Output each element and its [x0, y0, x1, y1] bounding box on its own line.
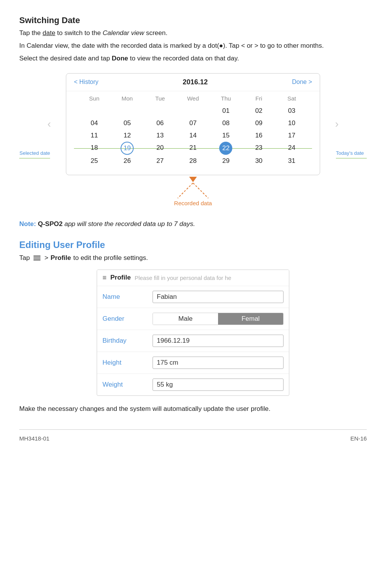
cal-day-23[interactable]: 23: [242, 142, 275, 155]
dotted-path-icon: [178, 183, 208, 198]
day-wed: Wed: [176, 95, 209, 102]
cal-day-09[interactable]: 09: [242, 117, 275, 129]
calendar-history-button[interactable]: < History: [74, 79, 99, 85]
calendar-outer: ‹ < History 2016.12 Done > Sun Mon Tue W…: [58, 73, 328, 175]
cal-day-empty-3: [144, 105, 176, 117]
today-line-arrow: [336, 156, 367, 160]
profile-input-height[interactable]: [153, 357, 284, 369]
profile-row-height: Height: [97, 352, 289, 374]
note-app-name: Q-SPO2: [38, 220, 62, 228]
day-sun: Sun: [78, 95, 111, 102]
tap-instruction: Tap > Profile to edit the profile settin…: [19, 254, 367, 262]
cal-day-10[interactable]: 10: [275, 117, 308, 129]
note-text: app will store the recorded data up to 7…: [64, 220, 195, 228]
profile-header: ≡ Profile Please fill in your personal d…: [97, 270, 289, 286]
profile-row-weight: Weight: [97, 374, 289, 395]
cal-day-01[interactable]: 01: [210, 105, 242, 117]
day-tue: Tue: [144, 95, 176, 102]
cal-day-05[interactable]: 05: [111, 117, 143, 129]
profile-header-title: Profile: [111, 274, 131, 281]
note-label: Note:: [19, 220, 36, 228]
selected-date-label: Selected date: [19, 150, 50, 157]
recorded-data-label: Recorded data: [174, 200, 212, 206]
profile-header-sub: Please fill in your personal data for he: [134, 275, 231, 281]
calendar-week-4: 18 19 20 21 22 23 24: [74, 142, 312, 155]
cal-day-17[interactable]: 17: [275, 129, 308, 142]
profile-row-gender: Gender Male Femal: [97, 308, 289, 330]
calendar-body: Sun Mon Tue Wed Thu Fri Sat: [66, 91, 320, 175]
cal-day-02[interactable]: 02: [242, 105, 275, 117]
calendar-done-button[interactable]: Done >: [292, 79, 312, 85]
profile-row-birthday: Birthday: [97, 330, 289, 352]
calendar-grid: 01 02 03 04 05 06 07 08 09 10: [74, 105, 312, 167]
cal-day-04[interactable]: 04: [78, 117, 111, 129]
cal-day-07[interactable]: 07: [176, 117, 209, 129]
gender-toggle: Male Femal: [153, 313, 284, 325]
calendar-month-year: 2016.12: [183, 78, 208, 86]
profile-input-birthday[interactable]: [153, 335, 284, 347]
cal-day-20[interactable]: 20: [144, 142, 176, 155]
cal-day-14[interactable]: 14: [176, 129, 209, 142]
calendar-week-1: 01 02 03: [74, 105, 312, 117]
profile-input-weight[interactable]: [153, 379, 284, 391]
profile-ui-box: ≡ Profile Please fill in your personal d…: [97, 270, 289, 396]
footer-right: EN-16: [350, 435, 367, 442]
gender-female-option[interactable]: Femal: [218, 313, 283, 325]
cal-day-25[interactable]: 25: [78, 155, 111, 167]
day-thu: Thu: [210, 95, 242, 102]
cal-day-26[interactable]: 26: [111, 155, 143, 167]
cal-day-21[interactable]: 21: [176, 142, 209, 155]
cal-day-19-selected[interactable]: 19: [121, 142, 134, 155]
cal-day-24[interactable]: 24: [275, 142, 308, 155]
section-title: Switching Date: [19, 15, 367, 25]
cal-day-31[interactable]: 31: [275, 155, 308, 167]
cal-day-15[interactable]: 15: [210, 129, 242, 142]
gender-male-option[interactable]: Male: [153, 313, 218, 325]
footer-left: MH3418-01: [19, 435, 49, 442]
cal-day-27[interactable]: 27: [144, 155, 176, 167]
recorded-data-area: Recorded data: [174, 177, 212, 206]
para2: In Calendar view, the date with the reco…: [19, 40, 367, 51]
cal-day-18[interactable]: 18: [78, 142, 111, 155]
calendar-week-2: 04 05 06 07 08 09 10: [74, 117, 312, 129]
cal-day-11[interactable]: 11: [78, 129, 111, 142]
tap-word: Tap: [19, 254, 30, 262]
date-link[interactable]: date: [43, 29, 55, 37]
bottom-text: Make the necessary changes and the syste…: [19, 404, 367, 414]
day-mon: Mon: [111, 95, 143, 102]
cal-day-06[interactable]: 06: [144, 117, 176, 129]
calendar-wrapper: ‹ < History 2016.12 Done > Sun Mon Tue W…: [19, 73, 367, 206]
calendar-week-3: 11 12 13 14 15 16 17: [74, 129, 312, 142]
para3: Select the desired date and tap Done to …: [19, 53, 367, 64]
calendar-header: < History 2016.12 Done >: [66, 74, 320, 91]
page-footer: MH3418-01 EN-16: [19, 429, 367, 442]
para1: Tap the date to switch to the Calendar v…: [19, 28, 367, 38]
note-section: Note: Q-SPO2 app will store the recorded…: [19, 220, 367, 228]
cal-day-22-today[interactable]: 22: [219, 142, 232, 155]
cal-day-empty-1: [78, 105, 111, 117]
profile-input-name[interactable]: [153, 291, 284, 303]
calendar-prev-arrow[interactable]: ‹: [47, 118, 51, 130]
today-date-label: Today's date: [336, 150, 364, 157]
cal-day-empty-4: [176, 105, 209, 117]
profile-bold-label: Profile: [50, 254, 71, 262]
calendar-box: < History 2016.12 Done > Sun Mon Tue Wed…: [66, 73, 320, 175]
cal-day-16[interactable]: 16: [242, 129, 275, 142]
cal-day-08[interactable]: 08: [210, 117, 242, 129]
editing-profile-title: Editing User Profile: [19, 240, 367, 250]
day-fri: Fri: [242, 95, 275, 102]
tap-suffix: to edit the profile settings.: [73, 254, 148, 262]
cal-day-28[interactable]: 28: [176, 155, 209, 167]
hamburger-icon: [34, 256, 40, 260]
cal-day-29[interactable]: 29: [210, 155, 242, 167]
profile-label-gender: Gender: [102, 315, 153, 323]
profile-label-birthday: Birthday: [102, 337, 153, 345]
calendar-next-arrow[interactable]: ›: [335, 118, 339, 130]
calendar-week-5: 25 26 27 28 29 30 31: [74, 155, 312, 167]
cal-day-empty-2: [111, 105, 143, 117]
cal-day-03[interactable]: 03: [275, 105, 308, 117]
cal-day-30[interactable]: 30: [242, 155, 275, 167]
selected-line-arrow: [19, 156, 50, 160]
cal-day-12[interactable]: 12: [111, 129, 143, 142]
cal-day-13[interactable]: 13: [144, 129, 176, 142]
